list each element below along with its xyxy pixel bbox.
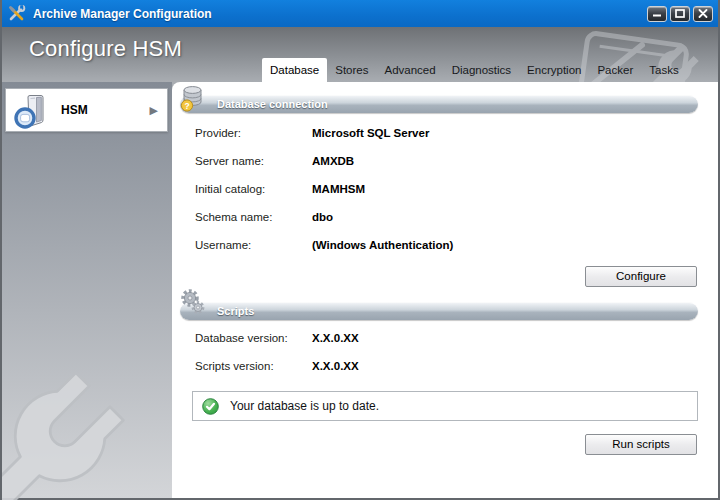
field-value: dbo [312,211,333,223]
question-badge: ? [184,101,189,111]
maximize-button[interactable] [670,6,690,22]
tools-icon [8,5,26,22]
tab-packer[interactable]: Packer [589,58,641,82]
check-icon [202,398,219,415]
field-value: X.X.0.XX [312,332,359,344]
sidebar [2,82,172,498]
tab-advanced[interactable]: Advanced [376,58,443,82]
field-value: AMXDB [312,155,354,167]
field-value: Microsoft SQL Server [312,127,429,139]
field-row-provider: Provider:Microsoft SQL Server [195,127,625,139]
gears-icon [180,289,206,317]
field-value: (Windows Authentication) [312,239,453,251]
tab-database[interactable]: Database [262,58,327,82]
hsm-server-icon [12,91,52,129]
tab-encryption[interactable]: Encryption [519,58,589,82]
titlebar: Archive Manager Configuration [2,0,718,27]
run-scripts-button[interactable]: Run scripts [585,434,697,455]
field-label: Initial catalog: [195,183,312,195]
wrench-watermark [2,328,170,500]
field-label: Provider: [195,127,312,139]
section-title: Scripts [180,303,698,320]
field-label: Server name: [195,155,312,167]
field-label: Username: [195,239,312,251]
tab-bar: Database Stores Advanced Diagnostics Enc… [262,58,687,82]
field-label: Database version: [195,332,312,344]
field-row-scripts-version: Scripts version:X.X.0.XX [195,360,625,372]
section-title: Database connection [180,96,698,113]
field-row-initial-catalog: Initial catalog:MAMHSM [195,183,625,195]
tab-tasks[interactable]: Tasks [641,58,686,82]
field-label: Schema name: [195,211,312,223]
minimize-icon [652,9,662,18]
status-message-box: Your database is up to date. [192,391,698,421]
field-label: Scripts version: [195,360,312,372]
field-row-database-version: Database version:X.X.0.XX [195,332,625,344]
sidebar-item-label: HSM [61,103,88,117]
field-row-username: Username:(Windows Authentication) [195,239,625,251]
minimize-button[interactable] [647,6,667,22]
window-controls [647,6,713,22]
field-row-server-name: Server name:AMXDB [195,155,625,167]
app-window: Archive Manager Configuration Configure … [0,0,720,500]
field-value: X.X.0.XX [312,360,359,372]
window-title: Archive Manager Configuration [33,7,212,21]
field-value: MAMHSM [312,183,365,195]
field-row-schema-name: Schema name:dbo [195,211,625,223]
tab-diagnostics[interactable]: Diagnostics [444,58,519,82]
arrow-right-icon: ▶ [150,104,158,117]
tab-stores[interactable]: Stores [327,58,376,82]
database-connection-section-header: Database connection [180,95,698,113]
close-button[interactable] [693,6,713,22]
sidebar-item-hsm[interactable]: HSM ▶ [5,88,168,132]
close-icon [698,9,708,18]
scripts-section-header: Scripts [180,302,698,320]
configure-button[interactable]: Configure [585,266,697,287]
main-panel: ? Database connection Provider:Microsoft… [172,82,718,498]
status-message: Your database is up to date. [230,399,379,413]
page-title: Configure HSM [29,36,182,62]
maximize-icon [675,9,685,18]
database-icon: ? [180,84,206,113]
